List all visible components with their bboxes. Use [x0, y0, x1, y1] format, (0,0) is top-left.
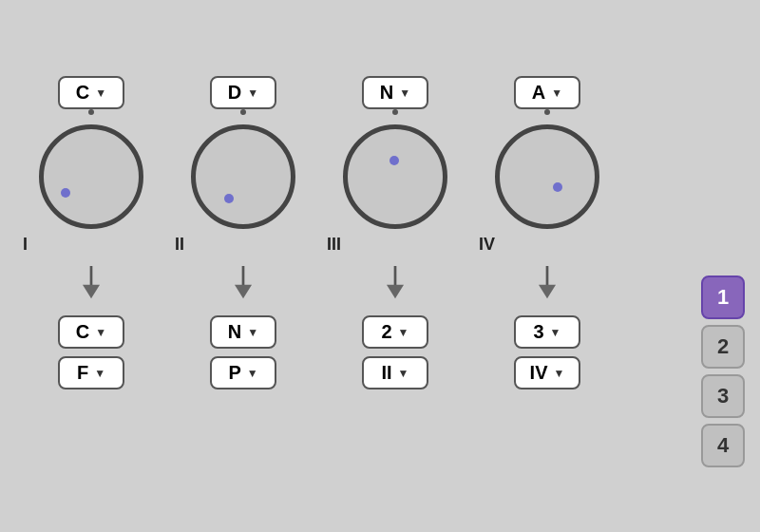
dest2-dropdown-IV[interactable]: IV▼ — [514, 356, 580, 390]
side-button-2[interactable]: 2 — [701, 325, 745, 369]
knob-II[interactable] — [191, 124, 295, 229]
knob-top-dot-IV — [544, 109, 550, 115]
knob-indicator-I — [61, 188, 70, 198]
modulator-label-III: III — [319, 235, 341, 255]
arrow-down-I — [77, 266, 105, 304]
knob-top-dot-I — [88, 109, 94, 115]
arrow-down-III — [381, 266, 409, 304]
dest2-arrow-I: ▼ — [94, 367, 105, 380]
dest1-arrow-III: ▼ — [398, 326, 409, 339]
knob-indicator-IV — [553, 182, 562, 192]
knob-top-dot-III — [392, 109, 398, 115]
dest2-dropdown-II[interactable]: P▼ — [210, 356, 276, 390]
knob-indicator-III — [390, 156, 399, 165]
knob-IV[interactable] — [495, 124, 599, 229]
source-arrow-IV: ▼ — [551, 86, 562, 100]
dest1-arrow-IV: ▼ — [550, 326, 561, 339]
arrow-down-svg-II — [229, 266, 257, 300]
source-dropdown-IV[interactable]: A▼ — [514, 76, 580, 109]
svg-marker-1 — [83, 285, 100, 298]
source-arrow-III: ▼ — [399, 86, 410, 100]
dest1-arrow-I: ▼ — [95, 326, 106, 339]
dest1-dropdown-IV[interactable]: 3▼ — [514, 315, 580, 349]
svg-marker-7 — [539, 285, 556, 298]
knob-indicator-II — [224, 194, 234, 203]
dest1-label-IV: 3 — [533, 321, 543, 343]
knob-circle-IV — [495, 124, 599, 229]
side-buttons: 1234 — [701, 276, 745, 467]
arrow-down-svg-III — [381, 266, 409, 300]
dest1-dropdown-II[interactable]: N▼ — [210, 315, 276, 349]
modulator-label-IV: IV — [471, 235, 495, 255]
source-arrow-II: ▼ — [247, 86, 258, 100]
dest2-dropdown-I[interactable]: F▼ — [58, 356, 124, 390]
modulator-column-III: N▼III 2▼II▼ — [319, 76, 471, 397]
knob-top-dot-II — [240, 109, 246, 115]
source-arrow-I: ▼ — [95, 86, 106, 100]
knob-circle-II — [191, 124, 295, 229]
dest1-label-II: N — [228, 321, 241, 343]
knob-circle-I — [39, 124, 143, 229]
arrow-down-II — [229, 266, 257, 304]
modulator-label-I: I — [15, 235, 28, 255]
modulator-column-II: D▼II N▼P▼ — [167, 76, 319, 397]
dest2-label-IV: IV — [530, 362, 548, 384]
dest1-arrow-II: ▼ — [247, 326, 258, 339]
source-label-I: C — [76, 82, 89, 104]
dest2-arrow-II: ▼ — [247, 367, 258, 380]
knob-circle-III — [343, 124, 447, 229]
dest2-arrow-III: ▼ — [398, 367, 409, 380]
modulator-area: C▼I C▼F▼D▼II N▼P▼N▼III 2▼II▼A▼IV 3▼IV▼ — [15, 76, 623, 397]
source-label-IV: A — [532, 82, 545, 104]
knob-III[interactable] — [343, 124, 447, 229]
svg-marker-5 — [387, 285, 404, 298]
dest1-label-III: 2 — [381, 321, 391, 343]
svg-marker-3 — [235, 285, 252, 298]
dest2-label-II: P — [228, 362, 240, 384]
dest2-label-I: F — [77, 362, 88, 384]
source-dropdown-II[interactable]: D▼ — [210, 76, 276, 109]
side-button-4[interactable]: 4 — [701, 424, 745, 467]
side-button-3[interactable]: 3 — [701, 374, 745, 418]
dest1-dropdown-III[interactable]: 2▼ — [362, 315, 428, 349]
arrow-down-svg-IV — [533, 266, 561, 300]
modulator-column-IV: A▼IV 3▼IV▼ — [471, 76, 623, 397]
modulator-label-II: II — [167, 235, 184, 255]
arrow-down-IV — [533, 266, 561, 304]
dest2-arrow-IV: ▼ — [554, 367, 565, 380]
dest2-dropdown-III[interactable]: II▼ — [362, 356, 428, 390]
knob-I[interactable] — [39, 124, 143, 229]
source-dropdown-I[interactable]: C▼ — [58, 76, 124, 109]
modulator-column-I: C▼I C▼F▼ — [15, 76, 167, 397]
dest1-label-I: C — [76, 321, 89, 343]
side-button-1[interactable]: 1 — [701, 276, 745, 319]
source-label-III: N — [380, 82, 393, 104]
dest1-dropdown-I[interactable]: C▼ — [58, 315, 124, 349]
source-label-II: D — [228, 82, 241, 104]
dest2-label-III: II — [381, 362, 391, 384]
arrow-down-svg-I — [77, 266, 105, 300]
source-dropdown-III[interactable]: N▼ — [362, 76, 428, 109]
